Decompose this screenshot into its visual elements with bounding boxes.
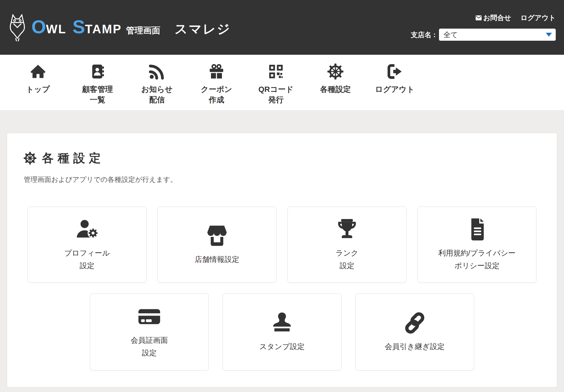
stamp-icon: [271, 311, 293, 335]
branch-row: 支店名 : 全て: [411, 29, 556, 41]
card-label: 店舗情報設定: [195, 253, 239, 266]
card-label: 利用規約/プライバシー: [438, 247, 516, 259]
nav-label-line2: 一覧: [82, 95, 113, 105]
gift-icon: [208, 63, 224, 80]
card-label: ランク: [336, 247, 359, 259]
address-book-icon: [90, 63, 105, 80]
nav-label: 各種設定: [320, 84, 351, 95]
nav-label: ログアウト: [375, 84, 414, 95]
nav-label-line2: 配信: [141, 95, 173, 105]
nav-label-line2: 作成: [201, 95, 232, 105]
sign-out-icon: [387, 63, 403, 80]
app-header: O WL S TAMP 管理画面 スマレジ お問合せ ログアウト 支店名 : 全…: [0, 0, 564, 55]
brand-logo[interactable]: O WL S TAMP 管理画面 スマレジ: [0, 13, 231, 42]
card-label: スタンプ設定: [259, 340, 305, 353]
card-label-line2: 設定: [64, 259, 110, 272]
card-stamp-settings[interactable]: スタンプ設定: [223, 293, 341, 371]
branch-select[interactable]: 全て: [439, 29, 556, 41]
brand-rest-tamp: TAMP: [85, 23, 122, 35]
cards-row-1: プロフィール 設定: [24, 207, 540, 283]
card-label: 会員引き継ぎ設定: [385, 340, 444, 353]
cards-row-2: 会員証画面 設定 スタンプ設定: [24, 293, 540, 371]
home-icon: [30, 63, 46, 80]
contact-link[interactable]: お問合せ: [476, 13, 511, 22]
link-icon: [403, 311, 426, 335]
nav-item-settings[interactable]: 各種設定: [306, 63, 365, 95]
card-label-line2: 設定: [131, 347, 168, 359]
card-profile-settings[interactable]: プロフィール 設定: [28, 207, 147, 283]
card-rank-settings[interactable]: ランク 設定: [288, 207, 406, 283]
nav-label-line2: 発行: [258, 95, 293, 105]
card-label: 会員証画面: [131, 334, 168, 347]
page-title: 各種設定: [24, 150, 540, 166]
brand-initial-s: S: [72, 17, 85, 36]
nav-item-top[interactable]: トップ: [8, 63, 68, 95]
nav-item-qrcode[interactable]: QRコード 発行: [246, 63, 306, 105]
header-logout-link[interactable]: ログアウト: [520, 13, 556, 22]
nav-item-coupon[interactable]: クーポン 作成: [187, 63, 246, 105]
header-logout-label: ログアウト: [520, 13, 556, 22]
page-title-text: 各種設定: [42, 150, 105, 166]
nav-label: お知らせ: [141, 84, 173, 95]
page-description: 管理画面およびアプリでの各種設定が行えます。: [24, 175, 540, 184]
nav-label: クーポン: [201, 84, 232, 95]
envelope-icon: [476, 15, 482, 20]
branch-label: 支店名 :: [411, 30, 436, 39]
card-terms-privacy-settings[interactable]: 利用規約/プライバシー ポリシー設定: [417, 207, 536, 283]
card-label: プロフィール: [64, 247, 110, 259]
card-store-info-settings[interactable]: 店舗情報設定: [158, 207, 276, 283]
card-member-card-screen-settings[interactable]: 会員証画面 設定: [90, 293, 209, 371]
owl-logo-icon: [7, 13, 28, 42]
user-gear-icon: [74, 218, 100, 241]
settings-wheel-icon: [327, 63, 343, 80]
brand-rest-wl: WL: [46, 23, 66, 35]
storefront-icon: [205, 224, 229, 248]
rss-icon: [149, 63, 165, 80]
chevron-down-icon: [546, 33, 552, 37]
brand-initial-o: O: [31, 17, 46, 36]
main-nav: トップ 顧客管理 一覧: [0, 55, 564, 110]
card-label-line2: 設定: [336, 259, 359, 272]
nav-item-logout[interactable]: ログアウト: [365, 63, 425, 95]
trophy-icon: [335, 218, 359, 241]
card-member-transfer-settings[interactable]: 会員引き継ぎ設定: [355, 293, 474, 371]
nav-label: QRコード: [258, 84, 293, 95]
nav-item-news[interactable]: お知らせ 配信: [127, 63, 187, 105]
nav-item-customers[interactable]: 顧客管理 一覧: [68, 63, 127, 105]
card-label-line2: ポリシー設定: [438, 259, 516, 272]
contact-label: お問合せ: [483, 13, 511, 22]
nav-label: 顧客管理: [82, 84, 113, 95]
settings-wheel-icon: [24, 152, 36, 165]
branch-selected-value: 全て: [443, 30, 458, 40]
credit-card-icon: [137, 305, 162, 328]
settings-panel: 各種設定 管理画面およびアプリでの各種設定が行えます。: [7, 133, 557, 387]
page-background: 各種設定 管理画面およびアプリでの各種設定が行えます。: [0, 110, 564, 387]
tenant-name: スマレジ: [175, 21, 231, 38]
nav-label: トップ: [26, 84, 50, 95]
qrcode-icon: [268, 63, 284, 80]
header-links: お問合せ ログアウト: [476, 13, 556, 22]
file-lines-icon: [468, 218, 486, 241]
brand-suffix: 管理画面: [126, 25, 160, 36]
brand-text: O WL S TAMP 管理画面 スマレジ: [31, 17, 231, 38]
